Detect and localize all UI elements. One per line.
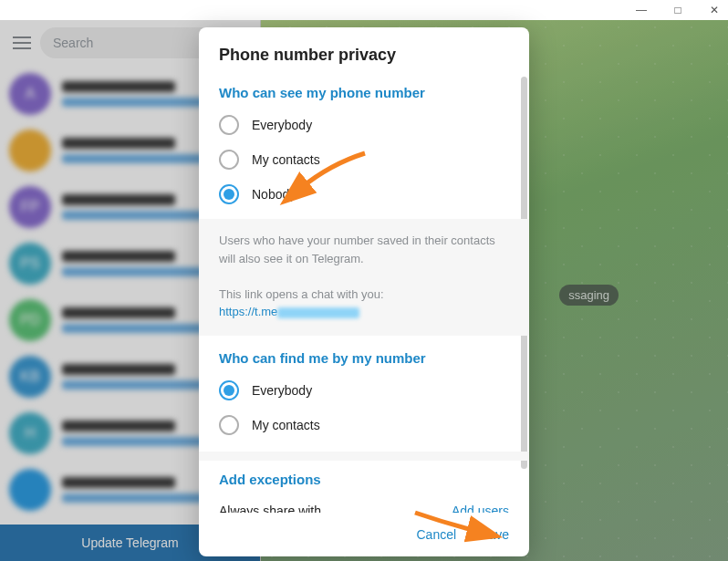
option-find-mycontacts[interactable]: My contacts xyxy=(199,408,529,442)
option-label: Nobody xyxy=(252,187,296,202)
phone-privacy-dialog: Phone number privacy Who can see my phon… xyxy=(199,27,529,556)
radio-icon xyxy=(219,415,239,435)
info-text-2: This link opens a chat with you: xyxy=(219,286,509,304)
radio-icon xyxy=(219,115,239,135)
radio-icon xyxy=(219,184,239,204)
dialog-footer: Cancel Save xyxy=(199,513,529,556)
option-label: Everybody xyxy=(252,118,312,132)
radio-icon xyxy=(219,150,239,170)
dialog-body[interactable]: Who can see my phone number Everybody My… xyxy=(199,78,529,513)
radio-icon xyxy=(219,380,239,400)
window-titlebar: — □ ✕ xyxy=(0,0,728,20)
section-who-can-see: Who can see my phone number xyxy=(199,78,529,108)
info-text-1: Users who have your number saved in thei… xyxy=(219,232,509,267)
tme-link-blurred xyxy=(277,307,359,318)
minimize-button[interactable]: — xyxy=(633,4,650,16)
option-label: My contacts xyxy=(252,152,320,167)
divider xyxy=(199,452,529,461)
info-block: Users who have your number saved in thei… xyxy=(199,219,529,336)
section-who-can-find: Who can find me by my number xyxy=(199,336,529,373)
exception-always-share[interactable]: Always share with Add users xyxy=(199,494,529,514)
dialog-title: Phone number privacy xyxy=(199,27,529,78)
section-exceptions: Add exceptions xyxy=(199,461,529,494)
save-button[interactable]: Save xyxy=(480,527,509,542)
option-see-mycontacts[interactable]: My contacts xyxy=(199,142,529,177)
option-see-nobody[interactable]: Nobody xyxy=(199,177,529,212)
option-see-everybody[interactable]: Everybody xyxy=(199,108,529,142)
cancel-button[interactable]: Cancel xyxy=(416,527,456,542)
maximize-button[interactable]: □ xyxy=(670,4,686,16)
close-window-button[interactable]: ✕ xyxy=(706,4,723,16)
tme-link[interactable]: https://t.me xyxy=(219,305,277,318)
option-label: My contacts xyxy=(252,418,320,432)
exception-label: Always share with xyxy=(219,504,321,514)
add-users-link[interactable]: Add users xyxy=(452,504,509,514)
option-find-everybody[interactable]: Everybody xyxy=(199,373,529,408)
option-label: Everybody xyxy=(252,383,312,398)
